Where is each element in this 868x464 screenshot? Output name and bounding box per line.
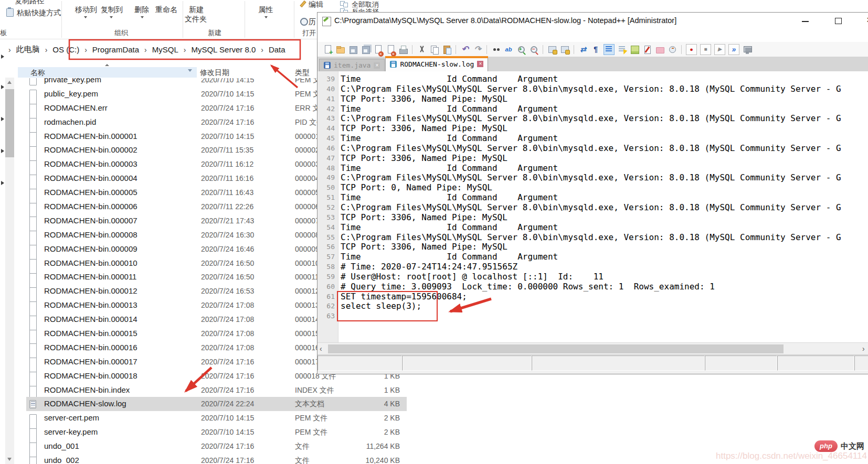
toolbar-icon[interactable] <box>617 45 627 55</box>
scroll-left-icon[interactable]: ‹ <box>320 344 322 353</box>
toolbar-icon[interactable] <box>574 45 574 54</box>
file-name[interactable]: rodmachen.pid <box>44 115 96 130</box>
toolbar-icon[interactable]: ⇄ <box>578 45 588 55</box>
toolbar-icon[interactable] <box>560 45 570 55</box>
maximize-button[interactable] <box>821 13 854 29</box>
breadcrumb-item[interactable]: ›此电脑 <box>3 45 40 55</box>
toolbar-icon[interactable] <box>348 45 358 55</box>
breadcrumb-item[interactable]: ›MySQL Server 8.0 <box>178 45 256 54</box>
file-name[interactable]: RODMACHEN-bin.000002 <box>44 143 137 157</box>
nav-scrollbar-thumb[interactable] <box>5 89 14 157</box>
toolbar-icon[interactable] <box>604 44 615 55</box>
toolbar-icon[interactable]: − <box>529 45 539 55</box>
toolbar-icon[interactable]: ● <box>686 44 697 55</box>
toolbar-icon[interactable]: ↶ <box>460 45 470 55</box>
edit-button[interactable]: 编辑 <box>309 0 323 9</box>
file-name[interactable]: RODMACHEN-bin.000009 <box>44 242 137 256</box>
breadcrumb-item[interactable]: ›MySQL <box>139 45 178 54</box>
breadcrumb-item[interactable]: ›Data <box>256 45 285 54</box>
toolbar-icon[interactable] <box>681 45 682 54</box>
file-name[interactable]: undo_002 <box>44 454 79 464</box>
file-name[interactable]: RODMACHEN-bin.000006 <box>44 200 137 214</box>
toolbar-icon[interactable] <box>323 45 333 55</box>
new-folder-button[interactable]: 新建 <box>189 5 204 15</box>
column-header-name[interactable]: 名称 <box>30 68 45 78</box>
file-name[interactable]: RODMACHEN-bin.000015 <box>44 327 137 341</box>
tab-label[interactable]: item.java <box>334 61 371 69</box>
tab-label[interactable]: RODMACHEN-slow.log <box>400 60 474 68</box>
delete-button[interactable]: 删除 <box>134 5 149 15</box>
editor-tab[interactable]: RODMACHEN-slow.log × <box>385 56 488 71</box>
file-row[interactable]: RODMACHEN-bin.index 2020/7/24 17:16 INDE… <box>26 383 407 397</box>
close-button[interactable] <box>854 13 868 29</box>
file-name[interactable]: server-key.pem <box>44 425 98 439</box>
file-row[interactable]: undo_001 2020/7/24 17:16 文件 11,264 KB <box>26 439 407 454</box>
column-header-type[interactable]: 类型 <box>295 68 310 78</box>
toolbar-icon[interactable]: » <box>728 44 739 55</box>
tree-expand-icon[interactable] <box>1 149 4 153</box>
horizontal-scrollbar-thumb[interactable] <box>328 344 784 353</box>
file-name[interactable]: public_key.pem <box>44 87 98 101</box>
file-row[interactable]: server-cert.pem 2020/7/10 14:15 PEM 文件 2… <box>26 411 407 425</box>
toolbar-icon[interactable] <box>398 45 408 55</box>
tab-close-icon[interactable]: × <box>477 61 483 67</box>
toolbar-icon[interactable]: ↷ <box>473 45 483 55</box>
toolbar-icon[interactable] <box>335 45 345 55</box>
toolbar-icon[interactable] <box>743 45 753 55</box>
file-name[interactable]: RODMACHEN-bin.000017 <box>44 355 137 369</box>
new-folder-button-line2[interactable]: 文件夹 <box>185 15 207 24</box>
history-button[interactable]: 历 <box>309 17 316 27</box>
toolbar-icon[interactable]: + <box>516 45 526 55</box>
tab-close-icon[interactable]: × <box>374 62 380 69</box>
file-name[interactable]: RODMACHEN-bin.000016 <box>44 341 137 355</box>
tree-expand-icon[interactable] <box>1 55 4 59</box>
scroll-up-icon[interactable] <box>7 81 12 84</box>
toolbar-icon[interactable] <box>655 45 665 55</box>
title-bar[interactable]: C:\ProgramData\MySQL\MySQL Server 8.0\Da… <box>317 13 868 29</box>
file-name[interactable]: undo_001 <box>44 439 79 454</box>
toolbar-icon[interactable]: ▶ <box>714 44 725 55</box>
tree-expand-icon[interactable] <box>1 117 4 121</box>
file-name[interactable]: RODMACHEN.err <box>44 101 108 115</box>
file-name[interactable]: RODMACHEN-bin.000003 <box>44 157 137 171</box>
paste-shortcut-button[interactable]: 粘贴快捷方式 <box>17 8 61 18</box>
filter-dropdown-icon[interactable] <box>188 69 192 72</box>
toolbar-icon[interactable]: ab <box>504 45 514 55</box>
toolbar-icon[interactable] <box>429 45 439 55</box>
file-name[interactable]: RODMACHEN-bin.000001 <box>44 130 137 144</box>
nav-scrollbar[interactable] <box>5 78 14 464</box>
file-name[interactable]: server-cert.pem <box>44 411 99 425</box>
minimize-button[interactable] <box>789 13 821 29</box>
toolbar-icon[interactable] <box>412 45 412 54</box>
file-name[interactable]: RODMACHEN-bin.index <box>44 383 130 397</box>
toolbar-icon[interactable] <box>373 45 383 55</box>
file-row[interactable]: server-key.pem 2020/7/10 14:15 PEM 文件 2 … <box>26 425 407 439</box>
file-row[interactable]: RODMACHEN-slow.log 2020/7/24 22:24 文本文档 … <box>26 397 407 411</box>
toolbar-icon[interactable] <box>486 45 487 54</box>
toolbar-icon[interactable] <box>668 45 678 55</box>
copy-to-button[interactable]: 复制到 <box>101 5 123 15</box>
editor-area[interactable]: 39 Time Id Command Argument 40 C:\Progra… <box>317 71 868 342</box>
file-name[interactable]: RODMACHEN-slow.log <box>44 397 126 411</box>
file-row[interactable]: undo_002 2020/7/24 17:16 文件 10,240 KB <box>26 454 407 464</box>
toolbar-icon[interactable] <box>547 45 557 55</box>
toolbar-icon[interactable]: ¶ <box>591 45 601 55</box>
file-name[interactable]: RODMACHEN-bin.000014 <box>44 312 137 327</box>
file-name[interactable]: RODMACHEN-bin.000008 <box>44 228 137 242</box>
file-name[interactable]: private_key.pem <box>44 78 101 82</box>
toolbar-icon[interactable] <box>361 45 371 55</box>
editor-tab[interactable]: item.java × <box>319 59 385 71</box>
column-header-date[interactable]: 修改日期 <box>200 68 229 78</box>
file-name[interactable]: RODMACHEN-bin.000013 <box>44 298 137 312</box>
toolbar-icon[interactable] <box>386 45 396 55</box>
file-name[interactable]: RODMACHEN-bin.000005 <box>44 186 137 200</box>
file-name[interactable]: RODMACHEN-bin.000004 <box>44 171 137 186</box>
file-name[interactable]: RODMACHEN-bin.000007 <box>44 214 137 228</box>
scroll-down-icon[interactable] <box>7 458 12 461</box>
file-name[interactable]: RODMACHEN-bin.000012 <box>44 284 137 298</box>
toolbar-icon[interactable] <box>630 45 640 55</box>
horizontal-scrollbar[interactable]: ‹ › <box>317 342 868 355</box>
toolbar-icon[interactable] <box>442 45 452 55</box>
toolbar-icon[interactable]: ■ <box>700 44 711 55</box>
breadcrumb-item[interactable]: ›ProgramData <box>79 45 139 54</box>
